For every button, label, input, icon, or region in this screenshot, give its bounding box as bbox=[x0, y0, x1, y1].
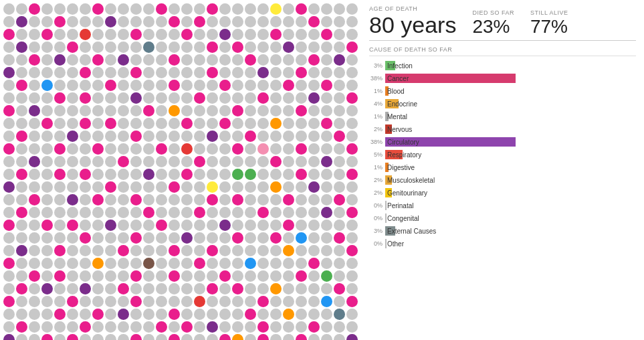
dot bbox=[219, 207, 231, 218]
dot bbox=[245, 194, 256, 205]
dot bbox=[67, 309, 78, 320]
dot bbox=[194, 258, 205, 269]
dot bbox=[54, 270, 66, 282]
dot bbox=[296, 258, 307, 269]
dot bbox=[334, 118, 345, 129]
cause-row: 3%External Causes bbox=[369, 226, 636, 236]
dot bbox=[334, 220, 345, 231]
dot bbox=[54, 80, 66, 91]
dot bbox=[270, 194, 282, 205]
dot bbox=[321, 207, 332, 218]
dot bbox=[283, 67, 294, 78]
dot bbox=[130, 143, 142, 155]
dot bbox=[29, 296, 40, 307]
dot bbox=[245, 41, 256, 53]
dot bbox=[346, 194, 358, 205]
dot bbox=[156, 29, 167, 40]
dot bbox=[346, 67, 358, 78]
dot bbox=[296, 220, 307, 231]
dot bbox=[232, 309, 243, 320]
dot bbox=[130, 67, 142, 78]
dot bbox=[219, 232, 231, 244]
dot bbox=[245, 105, 256, 116]
cause-row: 38%Circulatory bbox=[369, 137, 636, 147]
alive-label: STILL ALIVE bbox=[530, 9, 568, 16]
cause-pct: 38% bbox=[369, 139, 383, 145]
dot bbox=[118, 270, 129, 282]
dot bbox=[181, 143, 193, 155]
dot bbox=[334, 207, 345, 218]
cause-bar-wrap: Respiratory bbox=[385, 150, 519, 159]
dot bbox=[219, 131, 231, 142]
cause-name: Perinatal bbox=[385, 202, 413, 209]
cause-bar-wrap: Other bbox=[385, 239, 519, 248]
dot bbox=[130, 29, 142, 40]
dot bbox=[257, 54, 269, 66]
dot bbox=[207, 258, 218, 269]
dot bbox=[29, 309, 40, 320]
dot bbox=[283, 258, 294, 269]
dot bbox=[156, 283, 167, 294]
dot bbox=[321, 92, 332, 104]
dot bbox=[54, 92, 66, 104]
dot bbox=[92, 41, 104, 53]
dot bbox=[156, 194, 167, 205]
dot bbox=[207, 309, 218, 320]
dot bbox=[169, 156, 180, 167]
cause-bar-wrap: External Causes bbox=[385, 226, 519, 236]
dot bbox=[232, 169, 243, 180]
dot bbox=[334, 41, 345, 53]
dot bbox=[169, 270, 180, 282]
dot bbox=[308, 105, 320, 116]
dot bbox=[169, 131, 180, 142]
cause-name: Digestive bbox=[385, 164, 415, 171]
dot bbox=[207, 232, 218, 244]
dot bbox=[105, 118, 116, 129]
dot bbox=[16, 3, 27, 15]
dot bbox=[283, 232, 294, 244]
dot bbox=[3, 80, 15, 91]
dot bbox=[54, 156, 66, 167]
alive-block: STILL ALIVE 77% bbox=[530, 9, 568, 36]
dot bbox=[130, 309, 142, 320]
dot bbox=[105, 3, 116, 15]
dot bbox=[270, 92, 282, 104]
dot bbox=[156, 143, 167, 155]
dot bbox=[270, 156, 282, 167]
dot bbox=[334, 131, 345, 142]
dot bbox=[232, 143, 243, 155]
dot bbox=[169, 105, 180, 116]
dot bbox=[283, 92, 294, 104]
dot bbox=[105, 270, 116, 282]
dot bbox=[207, 29, 218, 40]
dot bbox=[29, 105, 40, 116]
dot bbox=[181, 181, 193, 193]
dot bbox=[181, 16, 193, 27]
dot bbox=[41, 29, 53, 40]
dot bbox=[283, 54, 294, 66]
dot bbox=[143, 321, 154, 333]
dot bbox=[308, 220, 320, 231]
dot bbox=[283, 245, 294, 256]
dot bbox=[245, 309, 256, 320]
dot bbox=[334, 232, 345, 244]
dot bbox=[308, 245, 320, 256]
dot bbox=[92, 181, 104, 193]
dot bbox=[321, 156, 332, 167]
cause-row: 0%Congenital bbox=[369, 213, 636, 224]
dot bbox=[41, 118, 53, 129]
dot bbox=[194, 194, 205, 205]
dot bbox=[105, 92, 116, 104]
dot bbox=[308, 258, 320, 269]
dot bbox=[232, 118, 243, 129]
dot bbox=[92, 29, 104, 40]
dot bbox=[29, 245, 40, 256]
dot bbox=[245, 321, 256, 333]
dot bbox=[29, 16, 40, 27]
dot bbox=[16, 118, 27, 129]
dot bbox=[181, 321, 193, 333]
dot bbox=[105, 41, 116, 53]
dot bbox=[232, 41, 243, 53]
dot bbox=[181, 270, 193, 282]
dot bbox=[80, 16, 91, 27]
